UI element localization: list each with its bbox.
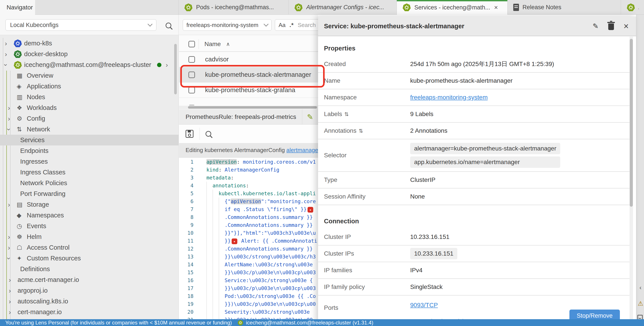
sort-asc-icon[interactable]: ∧ — [226, 41, 230, 47]
table-row[interactable]: cadvisor — [179, 52, 318, 67]
code-line[interactable]: 14 AlertName:\u003c/strong\u003e — [179, 260, 318, 268]
sidebar-item[interactable]: Endpoints › — [0, 146, 178, 156]
tab-alertmanager-configs[interactable]: Alertmanager Configs - icec... — [288, 0, 396, 15]
tab-pods[interactable]: Pods - icecheng@mathmas... — [178, 0, 288, 15]
code-line[interactable]: 2kind: AlertmanagerConfig — [179, 166, 318, 174]
chevron-icon[interactable] — [9, 287, 18, 294]
chevron-icon[interactable] — [5, 61, 14, 69]
sidebar-item[interactable]: ☸ Helm › — [0, 232, 178, 242]
tab-partial[interactable]: A — [621, 0, 644, 15]
chevron-icon[interactable] — [5, 50, 14, 58]
name-column-header[interactable]: Name — [204, 40, 221, 48]
sidebar-item[interactable]: Network Policies › — [0, 178, 178, 188]
row-checkbox[interactable] — [188, 72, 195, 78]
save-icon[interactable] — [186, 130, 194, 138]
alertmanager-config-link[interactable]: alertmanager — [286, 147, 318, 154]
chevron-icon[interactable] — [9, 308, 18, 316]
select-all-checkbox[interactable] — [188, 41, 195, 48]
sidebar-item[interactable]: docker-desktop › — [0, 49, 178, 60]
code-line[interactable]: 1apiVersion: monitoring.coreos.com/v1 — [179, 158, 318, 166]
sidebar-item[interactable]: configuration.konghq.com › — [0, 318, 178, 319]
sidebar-item[interactable]: ▦ Overview › — [0, 70, 178, 81]
sidebar-item[interactable]: ◷ Events › — [0, 221, 178, 232]
code-line[interactable]: 16 Service:\u003c/strong\u003e { — [179, 276, 318, 284]
sidebar-item[interactable]: ❖ Workloads › — [0, 102, 178, 113]
row-checkbox[interactable] — [188, 105, 195, 105]
sidebar-item[interactable]: ✦ Custom Resources › — [0, 253, 178, 264]
sidebar-item[interactable]: acme.cert-manager.io › — [0, 274, 178, 285]
sidebar-item[interactable]: Services › — [0, 135, 178, 146]
code-line[interactable]: 21 }}\u003c/p\u003e\n\u003cp\u00 — [179, 316, 318, 319]
expand-icon[interactable]: ⇅ — [359, 128, 363, 134]
horizontal-scrollbar[interactable] — [179, 106, 318, 109]
chevron-icon[interactable] — [9, 298, 18, 305]
collapse-icon[interactable]: ‹ — [637, 284, 644, 291]
code-line[interactable]: 20 Severity:\u003c/strong\u003e — [179, 308, 318, 316]
table-row[interactable]: kube-prometheus-stack-grafana — [179, 82, 318, 98]
sidebar-item[interactable]: ⚙ Config › — [0, 113, 178, 124]
yaml-editor[interactable]: 1apiVersion: monitoring.coreos.com/v12ki… — [179, 158, 318, 319]
code-line[interactable]: 17 }}\u003c/p\u003e\n\u003cp\u003 — [179, 284, 318, 292]
code-line[interactable]: 6 {"apiVersion":"monitoring.core — [179, 198, 318, 205]
code-line[interactable]: 10 }}"}],"html":"\u003ch3\u003e\u — [179, 229, 318, 237]
sidebar-item[interactable]: autoscaling.k8s.io › — [0, 296, 178, 307]
panel-scrollbar[interactable] — [630, 37, 633, 326]
chevron-icon[interactable] — [8, 233, 17, 241]
delete-icon[interactable] — [608, 24, 614, 30]
sidebar-item[interactable]: icecheng@mathmast.com@freeleaps-cluster … — [0, 60, 178, 70]
chevron-icon[interactable] — [9, 276, 18, 284]
chevron-right-icon[interactable]: › — [166, 61, 168, 68]
code-line[interactable]: 12 .CommonAnnotations.summary }} — [179, 245, 318, 253]
namespace-select[interactable]: freeleaps-monitoring-system — [183, 19, 272, 31]
sidebar-item[interactable]: ▤ Storage › — [0, 199, 178, 210]
port-link-9093[interactable]: 9093/TCP — [410, 302, 475, 309]
namespace-link[interactable]: freeleaps-monitoring-system — [410, 94, 488, 101]
sidebar-item[interactable]: demo-k8s › — [0, 38, 178, 49]
scrollbar-thumb[interactable] — [630, 39, 633, 207]
scrollbar-thumb[interactable] — [188, 106, 317, 108]
code-line[interactable]: 5 kubectl.kubernetes.io/last-appli — [179, 190, 318, 198]
tab-services[interactable]: Services - icecheng@math... × — [396, 0, 507, 15]
search-icon[interactable] — [206, 131, 211, 137]
close-icon[interactable]: × — [624, 21, 629, 31]
kubeconfig-select[interactable]: Local Kubeconfigs — [6, 19, 156, 31]
regex-toggle[interactable]: .* — [290, 22, 294, 28]
table-row-partial[interactable]: kube-prometheus-stack-kube-state-metrics — [179, 98, 318, 105]
code-line[interactable]: 13 }}\u003c/strong\u003e\u003c/h3 — [179, 253, 318, 260]
code-line[interactable]: 7 if eq .Status \"firing\" }}★ — [179, 205, 318, 213]
search-input[interactable]: Aa .* Search — [275, 19, 318, 31]
sidebar-item[interactable]: Ingresses › — [0, 156, 178, 167]
code-line[interactable]: 18 Pod:\u003c/strong\u003e {{ .Co — [179, 292, 318, 300]
code-line[interactable]: 19 }})\u003c/p\u003e\n\u003cp\u00 — [179, 300, 318, 308]
chevron-icon[interactable] — [8, 104, 17, 112]
chevron-icon[interactable] — [8, 244, 17, 252]
sidebar-item[interactable]: Ingress Classes › — [0, 167, 178, 178]
warning-icon[interactable]: ⚠ — [637, 300, 644, 307]
chevron-icon[interactable] — [8, 201, 17, 208]
close-icon[interactable]: × — [494, 4, 498, 11]
sidebar-item[interactable]: Definitions › — [0, 264, 178, 274]
code-line[interactable]: 8 .CommonAnnotations.summary }} — [179, 213, 318, 221]
sidebar-item[interactable]: ▥ Nodes › — [0, 92, 178, 102]
sidebar-item[interactable]: ◈ Applications › — [0, 81, 178, 92]
sidebar-item[interactable]: cert-manager.io › — [0, 307, 178, 318]
code-line[interactable]: 15 }}\u003c/p\u003e\n\u003cp\u003 — [179, 268, 318, 276]
match-case-toggle[interactable]: Aa — [278, 22, 286, 28]
row-checkbox[interactable] — [188, 87, 195, 94]
chevron-icon[interactable] — [8, 115, 17, 122]
table-row[interactable]: kube-prometheus-stack-alertmanager — [179, 67, 318, 82]
chevron-icon[interactable] — [5, 40, 14, 47]
edit-icon[interactable]: ✎ — [593, 22, 598, 30]
code-line[interactable]: 3metadata: — [179, 174, 318, 182]
sidebar-item[interactable]: ☖ Access Control › — [0, 242, 178, 253]
sidebar-item[interactable]: Port Forwarding › — [0, 188, 178, 199]
search-icon[interactable] — [166, 22, 171, 28]
tab-release-notes[interactable]: Release Notes — [507, 0, 621, 15]
sidebar-item[interactable]: argoproj.io › — [0, 285, 178, 296]
code-line[interactable]: 4 annotations: — [179, 182, 318, 190]
chevron-icon[interactable] — [8, 255, 17, 262]
chevron-icon[interactable] — [8, 126, 17, 133]
code-line[interactable]: 9 .CommonAnnotations.summary }} — [179, 221, 318, 229]
edit-icon[interactable]: ✎ — [302, 112, 318, 121]
sidebar-item[interactable]: ⇅ Network › — [0, 124, 178, 135]
